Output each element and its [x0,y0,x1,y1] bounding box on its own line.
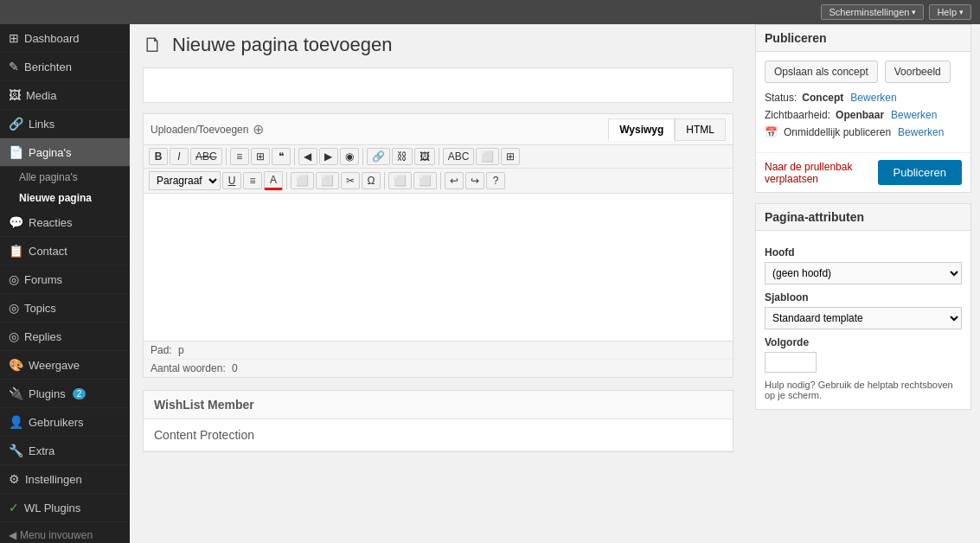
berichten-icon: ✎ [9,60,19,73]
paste-button[interactable]: ⬜ [291,172,314,189]
indent-button[interactable]: ⬜ [388,172,412,189]
upload-icon[interactable]: ⊕ [253,121,264,137]
help-arrow-icon: ▾ [959,8,964,16]
paragraph-select[interactable]: Paragraaf Kop 1 Kop 2 Kop 3 [149,171,221,190]
sidebar-item-label: Links [29,118,54,131]
remove-format-button[interactable]: ✂ [341,172,360,189]
sidebar-subitem-nieuwe-pagina[interactable]: Nieuwe pagina [0,188,130,208]
plugins-badge: 2 [73,388,86,399]
bold-button[interactable]: B [149,148,168,165]
fullscreen-button[interactable]: ⬜ [476,148,499,165]
wishlist-section-header: WishList Member [144,391,733,419]
toolbar-sep3 [362,148,363,165]
sidebar-item-label: Plugins [29,387,66,400]
status-value: Concept [802,92,843,104]
editor-toolbar-row2: Paragraaf Kop 1 Kop 2 Kop 3 U ≡ A ⬜ ⬜ ✂ … [144,169,733,194]
sidebar-subitem-alle-paginas[interactable]: Alle pagina's [0,167,130,188]
ul-button[interactable]: ≡ [230,148,249,165]
page-attributes-body: Hoofd (geen hoofd) Sjabloon Standaard te… [756,231,970,409]
tab-wysiwyg[interactable]: Wysiwyg [608,118,675,141]
justify-button[interactable]: ≡ [243,172,262,189]
template-select[interactable]: Standaard template [765,307,962,329]
help-button[interactable]: Help ▾ [929,4,971,20]
italic-button[interactable]: I [170,148,189,165]
publish-date-edit-link[interactable]: Bewerken [898,126,944,138]
order-input[interactable]: 0 [765,352,817,373]
sidebar-item-extra[interactable]: 🔧 Extra [0,437,130,465]
toolbar-sep5 [286,172,287,189]
sidebar-item-label: Replies [24,330,61,343]
status-edit-link[interactable]: Bewerken [850,92,896,104]
outdent-button[interactable]: ⬜ [413,172,437,189]
underline-button[interactable]: U [222,172,241,189]
publish-box-header: Publiceren [756,25,970,52]
parent-select[interactable]: (geen hoofd) [765,262,962,284]
sidebar-item-topics[interactable]: ◎ Topics [0,294,130,323]
ol-button[interactable]: ⊞ [251,148,270,165]
publish-box: Publiceren Opslaan als concept Voorbeeld… [755,24,971,193]
main-content: 🗋 Nieuwe pagina toevoegen Uploaden/Toevo… [130,24,746,543]
align-center-button[interactable]: ▶ [319,148,338,165]
sidebar-item-label: Dashboard [24,32,80,45]
sidebar-item-instellingen[interactable]: ⚙ Instellingen [0,465,130,494]
unlink-button[interactable]: ⛓ [392,148,413,165]
parent-label: Hoofd [765,246,962,259]
sidebar-item-dashboard[interactable]: ⊞ Dashboard [0,24,130,53]
contact-icon: 📋 [9,244,23,258]
sidebar-item-links[interactable]: 🔗 Links [0,110,130,138]
editor-body[interactable] [144,194,733,341]
preview-button[interactable]: Voorbeeld [885,61,951,83]
toolbar-sep2 [294,148,295,165]
tab-html[interactable]: HTML [675,118,726,141]
top-bar: Scherminstellingen ▾ Help ▾ [0,0,980,24]
sidebar-item-plugins[interactable]: 🔌 Plugins 2 [0,380,130,408]
image-button[interactable]: 🖼 [414,148,435,165]
trash-link[interactable]: Naar de prullenbak verplaatsen [765,161,878,185]
sidebar-item-berichten[interactable]: ✎ Berichten [0,53,130,81]
font-color-button[interactable]: A [264,171,283,190]
sidebar-item-label: Reacties [29,216,73,229]
sidebar-item-gebruikers[interactable]: 👤 Gebruikers [0,408,130,437]
redo-button[interactable]: ↪ [465,172,484,189]
sidebar-item-reacties[interactable]: 💬 Reacties [0,208,130,237]
publish-date-row: 📅 Onmiddellijk publiceren Bewerken [765,126,962,138]
blockquote-button[interactable]: ❝ [272,148,291,165]
page-attributes-box: Pagina-attributen Hoofd (geen hoofd) Sja… [755,203,971,410]
page-heading: Nieuwe pagina toevoegen [172,34,392,56]
align-left-button[interactable]: ◀ [298,148,317,165]
sidebar-item-replies[interactable]: ◎ Replies [0,323,130,351]
sidebar-item-forums[interactable]: ◎ Forums [0,265,130,294]
save-draft-button[interactable]: Opslaan als concept [765,61,878,83]
publish-box-body: Opslaan als concept Voorbeeld Status: Co… [756,52,970,152]
publish-button[interactable]: Publiceren [878,160,962,185]
toolbar-sep6 [384,172,385,189]
align-right-button[interactable]: ◉ [340,148,359,165]
sidebar-item-wl-plugins[interactable]: ✓ WL Plugins [0,494,130,522]
sidebar-item-media[interactable]: 🖼 Media [0,81,130,110]
order-label: Volgorde [765,336,962,348]
visibility-row: Zichtbaarheid: Openbaar Bewerken [765,109,962,121]
sidebar-item-paginas[interactable]: 📄 Pagina's [0,138,130,167]
table-button[interactable]: ⊞ [501,148,520,165]
title-input[interactable] [143,67,733,103]
layout: ⊞ Dashboard ✎ Berichten 🖼 Media 🔗 Links … [0,24,980,543]
menu-invouwen-button[interactable]: ◀ Menu invouwen [0,522,130,543]
undo-button[interactable]: ↩ [445,172,464,189]
word-count-bar: Aantal woorden: 0 [144,359,733,377]
paste-text-button[interactable]: ⬜ [316,172,339,189]
help-editor-button[interactable]: ? [486,172,505,189]
content-protection-header: Content Protection [144,419,733,451]
spellcheck-button[interactable]: ABC [443,148,475,165]
strikethrough-button[interactable]: ABC [190,148,222,165]
sidebar-item-weergave[interactable]: 🎨 Weergave [0,351,130,380]
sidebar-item-contact[interactable]: 📋 Contact [0,237,130,265]
screen-settings-button[interactable]: Scherminstellingen ▾ [821,4,924,20]
sidebar-item-label: Topics [24,302,56,315]
link-button[interactable]: 🔗 [367,148,390,165]
visibility-edit-link[interactable]: Bewerken [891,109,937,121]
weergave-icon: 🎨 [9,358,23,372]
special-char-button[interactable]: Ω [362,172,381,189]
gebruikers-icon: 👤 [9,415,23,429]
editor-toolbar-row1: B I ABC ≡ ⊞ ❝ ◀ ▶ ◉ 🔗 ⛓ 🖼 ABC ⬜ ⊞ [144,145,733,169]
toolbar-sep4 [439,148,439,165]
